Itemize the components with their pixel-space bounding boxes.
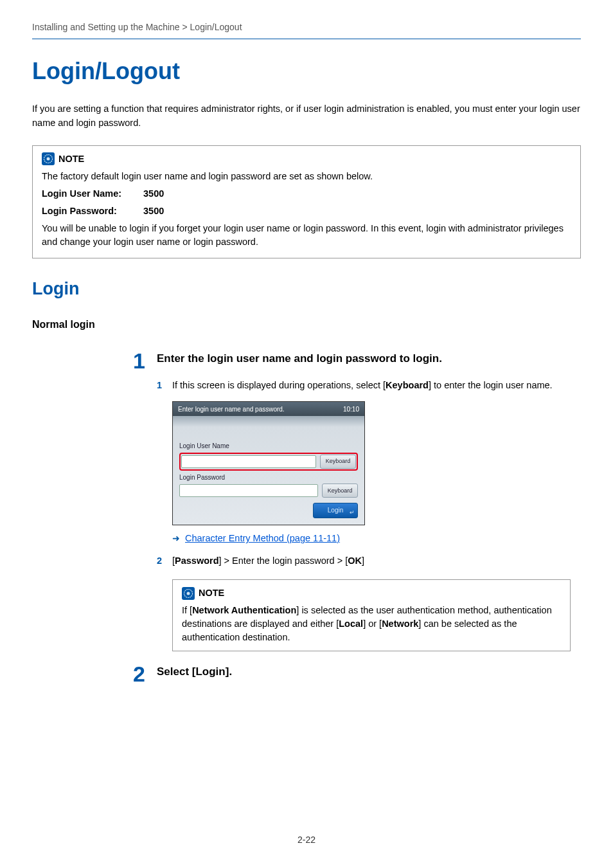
- character-entry-link[interactable]: Character Entry Method (page 11-11): [185, 532, 340, 545]
- note-line-1: The factory default login user name and …: [42, 170, 571, 183]
- note-title: NOTE: [199, 586, 224, 600]
- intro-paragraph: If you are setting a function that requi…: [32, 102, 581, 129]
- arrow-icon: ➜: [172, 532, 180, 545]
- network-auth-bold: Network Authentication: [192, 605, 296, 615]
- svg-point-5: [187, 592, 190, 595]
- note-line-2: You will be unable to login if you forge…: [42, 222, 571, 249]
- text-fragment: ] to enter the login user name.: [429, 380, 553, 390]
- substep-1-2: 2 [Password] > Enter the login password …: [157, 554, 581, 568]
- screen-time: 10:10: [343, 405, 359, 415]
- page-number: 2-22: [32, 833, 581, 846]
- screen-header: Enter login user name and password. 10:1…: [173, 402, 364, 417]
- login-button[interactable]: Login: [313, 503, 358, 518]
- substep-1-1-text: If this screen is displayed during opera…: [172, 379, 581, 392]
- password-input[interactable]: [179, 484, 318, 497]
- substep-number: 2: [157, 554, 166, 568]
- subheading-normal-login: Normal login: [32, 317, 581, 332]
- login-password-label: Login Password:: [42, 204, 132, 218]
- note-icon: [42, 152, 55, 165]
- credential-row-username: Login User Name: 3500: [42, 187, 571, 201]
- svg-point-2: [47, 158, 50, 161]
- substep-number: 1: [157, 379, 166, 392]
- screen-password-label: Login Password: [179, 473, 358, 483]
- screen-username-label: Login User Name: [179, 442, 358, 451]
- password-row: Keyboard: [179, 484, 358, 498]
- network-bold: Network: [382, 619, 418, 629]
- login-username-value: 3500: [143, 187, 164, 201]
- step-1-title: Enter the login user name and login pass…: [157, 351, 581, 367]
- step-number-2: 2: [122, 664, 145, 692]
- substep-1-2-text: [Password] > Enter the login password > …: [172, 554, 581, 568]
- password-bold: Password: [175, 556, 219, 566]
- keyboard-button-username[interactable]: Keyboard: [320, 455, 356, 469]
- substep-1-1: 1 If this screen is displayed during ope…: [157, 379, 581, 392]
- text-fragment: ] > Enter the login password > [: [219, 556, 348, 566]
- step-number-1: 1: [122, 351, 145, 651]
- local-bold: Local: [339, 619, 363, 629]
- login-screen-figure: Enter login user name and password. 10:1…: [172, 401, 581, 526]
- xref-link-row: ➜ Character Entry Method (page 11-11): [172, 532, 581, 545]
- note-box-network-auth: NOTE If [Network Authentication] is sele…: [172, 579, 571, 651]
- username-row-highlighted: Keyboard: [179, 453, 358, 471]
- step-1: 1 Enter the login user name and login pa…: [32, 351, 581, 651]
- divider-rule: [32, 39, 581, 39]
- page-title: Login/Logout: [32, 55, 581, 88]
- section-heading-login: Login: [32, 276, 581, 302]
- text-fragment: ] or [: [363, 619, 382, 629]
- step-2-title: Select [Login].: [157, 664, 581, 680]
- keyboard-bold: Keyboard: [386, 380, 429, 390]
- text-fragment: If [: [182, 605, 192, 615]
- breadcrumb: Installing and Setting up the Machine > …: [32, 21, 581, 33]
- step-2: 2 Select [Login].: [32, 664, 581, 692]
- text-fragment: If this screen is displayed during opera…: [172, 380, 386, 390]
- screen-header-text: Enter login user name and password.: [178, 405, 285, 415]
- inner-note-text: If [Network Authentication] is selected …: [182, 604, 561, 644]
- credential-row-password: Login Password: 3500: [42, 204, 571, 218]
- keyboard-button-password[interactable]: Keyboard: [322, 484, 358, 498]
- text-fragment: ]: [362, 556, 364, 566]
- login-password-value: 3500: [143, 204, 164, 218]
- note-box-factory-defaults: NOTE The factory default login user name…: [32, 145, 581, 258]
- note-title: NOTE: [58, 152, 84, 166]
- login-username-label: Login User Name:: [42, 187, 132, 201]
- username-input[interactable]: [181, 455, 316, 468]
- note-icon: [182, 587, 195, 600]
- ok-bold: OK: [348, 556, 362, 566]
